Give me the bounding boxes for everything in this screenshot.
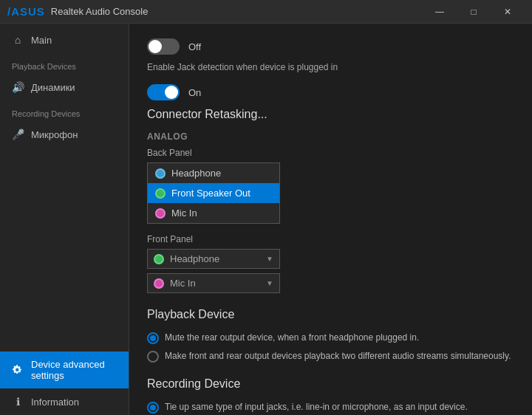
front-headphone-dot — [154, 254, 164, 264]
recording-device-title: Recording Device — [147, 377, 514, 391]
dropdown-item-mic-in[interactable]: Mic In — [148, 203, 279, 223]
home-icon: ⌂ — [12, 34, 24, 46]
playback-radio-1[interactable] — [147, 332, 159, 344]
front-panel-mic-row: Mic In ▼ — [147, 273, 514, 293]
back-panel-list: Headphone Front Speaker Out Mic In — [147, 162, 280, 224]
mic-in-dot — [155, 208, 166, 219]
front-mic-inner: Mic In — [154, 278, 196, 289]
dropdown-item-headphone[interactable]: Headphone — [148, 163, 279, 183]
sidebar-playback-device-label: Динамики — [31, 82, 75, 93]
sidebar-item-microphone[interactable]: 🎤 Микрофон — [0, 121, 129, 148]
info-icon: ℹ — [12, 396, 24, 408]
front-panel-headphone-row: Headphone ▼ — [147, 249, 514, 269]
app-body: ⌂ Main Playback Devices 🔊 Динамики Recor… — [0, 24, 532, 415]
toggle-on-label: On — [188, 87, 201, 98]
jack-detect-toggle-on[interactable] — [147, 84, 180, 100]
recording-radio-1[interactable] — [147, 402, 159, 414]
gear-icon — [12, 364, 24, 376]
toggle-off-label: Off — [188, 41, 201, 52]
sidebar-device-advanced-label: Device advanced settings — [31, 359, 117, 381]
close-button[interactable]: ✕ — [491, 0, 525, 24]
jack-detection-text: Enable Jack detection when device is plu… — [147, 62, 514, 72]
minimize-button[interactable]: — — [423, 0, 457, 24]
chevron-down-icon: ▼ — [266, 255, 273, 263]
title-bar: /ASUS Realtek Audio Console — □ ✕ — [0, 0, 532, 24]
maximize-button[interactable]: □ — [457, 0, 491, 24]
mic-icon: 🎤 — [12, 128, 24, 140]
front-mic-dot — [154, 278, 164, 289]
recording-radio-row-1: Tie up same type of input jacks, i.e. li… — [147, 401, 514, 414]
front-speaker-dot — [155, 188, 166, 199]
playback-radio-row-1: Mute the rear output device, when a fron… — [147, 332, 514, 344]
playback-radio-inner-1 — [150, 335, 156, 341]
analog-label: ANALOG — [147, 131, 514, 142]
recording-device-section: Recording Device Tie up same type of inp… — [147, 377, 514, 415]
sidebar: ⌂ Main Playback Devices 🔊 Динамики Recor… — [0, 24, 129, 415]
sidebar-item-information[interactable]: ℹ Information — [0, 388, 129, 415]
headphone-dot — [155, 168, 166, 179]
title-bar-left: /ASUS Realtek Audio Console — [7, 5, 148, 18]
playback-radio-2[interactable] — [147, 351, 159, 363]
front-headphone-label: Headphone — [170, 253, 219, 264]
speaker-icon: 🔊 — [12, 81, 24, 93]
recording-option-1-text: Tie up same type of input jacks, i.e. li… — [165, 401, 468, 414]
app-title: Realtek Audio Console — [51, 6, 149, 17]
playback-device-section: Playback Device Mute the rear output dev… — [147, 308, 514, 363]
asus-logo: /ASUS — [7, 5, 45, 18]
back-panel-dropdown: Headphone Front Speaker Out Mic In — [147, 162, 514, 224]
connector-retasking-title: Connector Retasking... — [147, 108, 514, 121]
sidebar-item-device-advanced[interactable]: Device advanced settings — [0, 351, 129, 388]
sidebar-information-label: Information — [31, 397, 79, 408]
sidebar-main-label: Main — [31, 35, 52, 46]
front-panel-label: Front Panel — [147, 234, 514, 244]
sidebar-recording-label: Recording Devices — [0, 100, 129, 121]
mic-in-label: Mic In — [171, 208, 197, 219]
playback-option-1-text: Mute the rear output device, when a fron… — [165, 332, 419, 344]
jack-detect-toggle-off[interactable] — [147, 38, 180, 55]
headphone-label: Headphone — [171, 168, 221, 179]
playback-option-2-text: Make front and rear output devices playb… — [165, 350, 511, 363]
toggle-off-row: Off — [147, 38, 514, 55]
content-area: Off Enable Jack detection when device is… — [129, 24, 532, 415]
dropdown-item-front-speaker[interactable]: Front Speaker Out — [148, 183, 279, 203]
title-bar-controls: — □ ✕ — [423, 0, 525, 24]
sidebar-item-main[interactable]: ⌂ Main — [0, 27, 129, 53]
back-panel-label: Back Panel — [147, 148, 514, 158]
sidebar-item-dynamics[interactable]: 🔊 Динамики — [0, 74, 129, 100]
front-headphone-inner: Headphone — [154, 253, 219, 264]
front-mic-label: Mic In — [170, 278, 196, 289]
toggle-on-row: On — [147, 84, 514, 100]
sidebar-playback-label: Playback Devices — [0, 53, 129, 74]
chevron-down-icon-2: ▼ — [266, 279, 273, 287]
front-speaker-label: Front Speaker Out — [171, 188, 250, 199]
recording-radio-inner-1 — [150, 405, 156, 411]
front-mic-select[interactable]: Mic In ▼ — [147, 273, 280, 293]
front-headphone-select[interactable]: Headphone ▼ — [147, 249, 280, 269]
sidebar-recording-device-label: Микрофон — [31, 129, 78, 140]
playback-device-title: Playback Device — [147, 308, 514, 321]
playback-radio-row-2: Make front and rear output devices playb… — [147, 350, 514, 363]
